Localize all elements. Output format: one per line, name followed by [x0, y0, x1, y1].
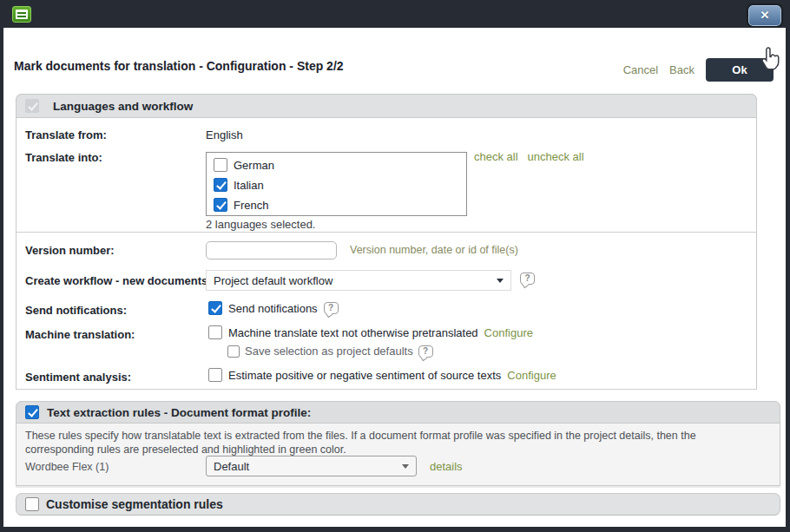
- translate-into-listbox[interactable]: German Italian French: [206, 152, 467, 216]
- format-profile-label: Wordbee Flex (1): [25, 461, 109, 473]
- machine-translation-configure-link[interactable]: Configure: [484, 326, 533, 339]
- dialog-content: Mark documents for translation - Configu…: [3, 28, 786, 527]
- chevron-down-icon: [402, 464, 409, 469]
- send-notifications-help-icon[interactable]: ?: [324, 302, 339, 314]
- save-defaults-checkbox[interactable]: [227, 345, 240, 358]
- create-workflow-label: Create workflow - new documents:: [25, 274, 212, 287]
- workflow-help-icon[interactable]: ?: [520, 273, 535, 285]
- language-checkbox-german[interactable]: [214, 158, 227, 172]
- save-defaults-label: Save selection as project defaults: [245, 345, 413, 358]
- machine-translation-checkbox[interactable]: [208, 325, 222, 339]
- extraction-section-checkbox[interactable]: [25, 405, 39, 419]
- sentiment-analysis-label: Sentiment analysis:: [25, 371, 131, 384]
- extraction-description: These rules specify how translatable tex…: [25, 429, 720, 456]
- title-bar: ✕: [0, 0, 790, 28]
- dialog-actions: Cancel Back Ok: [623, 58, 774, 82]
- section-languages-workflow: Languages and workflow Translate from: E…: [16, 94, 757, 390]
- language-label: French: [234, 199, 268, 212]
- version-number-hint: Version number, date or id of file(s): [350, 244, 518, 256]
- close-button[interactable]: ✕: [748, 5, 781, 26]
- languages-section-checkbox: [25, 99, 39, 113]
- ok-button[interactable]: Ok: [706, 58, 774, 82]
- cancel-button[interactable]: Cancel: [623, 63, 658, 76]
- machine-translation-checkbox-label: Machine translate text not otherwise pre…: [228, 326, 478, 339]
- sentiment-checkbox-label: Estimate positive or negative sentiment …: [228, 369, 501, 382]
- language-label: German: [234, 159, 274, 172]
- languages-section-title: Languages and workflow: [53, 100, 193, 113]
- section-divider: [16, 232, 756, 233]
- send-notifications-label: Send notifications:: [25, 304, 127, 317]
- language-checkbox-french[interactable]: [214, 198, 227, 212]
- format-profile-details-link[interactable]: details: [430, 460, 463, 473]
- list-item[interactable]: Italian: [214, 178, 264, 192]
- workflow-dropdown-value: Project default workflow: [214, 274, 497, 287]
- check-all-link[interactable]: check all: [474, 150, 518, 163]
- send-notifications-checkbox-label: Send notifications: [228, 302, 318, 315]
- translate-into-label: Translate into:: [25, 151, 102, 164]
- save-defaults-help-icon[interactable]: ?: [418, 345, 433, 358]
- translate-from-label: Translate from:: [25, 128, 107, 141]
- translate-from-value: English: [206, 128, 243, 141]
- extraction-section-title: Text extraction rules - Document format …: [47, 406, 311, 419]
- version-number-label: Version number:: [25, 244, 115, 257]
- languages-selected-summary: 2 languages selected.: [206, 218, 315, 231]
- language-checkbox-italian[interactable]: [214, 178, 227, 192]
- uncheck-all-link[interactable]: uncheck all: [528, 150, 584, 163]
- format-profile-dropdown[interactable]: Default: [206, 456, 417, 476]
- chevron-down-icon: [497, 279, 504, 283]
- workflow-dropdown[interactable]: Project default workflow: [206, 270, 511, 291]
- language-label: Italian: [234, 179, 264, 192]
- format-profile-dropdown-value: Default: [214, 460, 402, 473]
- segmentation-checkbox[interactable]: [25, 497, 39, 511]
- languages-section-header: Languages and workflow: [16, 94, 757, 118]
- machine-translation-label: Machine translation:: [25, 328, 135, 341]
- version-number-input[interactable]: [206, 241, 337, 259]
- list-item[interactable]: German: [214, 158, 274, 172]
- section-text-extraction: Text extraction rules - Document format …: [16, 401, 780, 486]
- app-window-icon: [12, 6, 31, 23]
- sentiment-configure-link[interactable]: Configure: [507, 369, 556, 382]
- back-button[interactable]: Back: [669, 63, 695, 76]
- sentiment-checkbox[interactable]: [208, 368, 222, 382]
- segmentation-section-title: Customise segmentation rules: [46, 497, 223, 511]
- send-notifications-checkbox[interactable]: [208, 301, 222, 315]
- page-title: Mark documents for translation - Configu…: [14, 59, 344, 73]
- dialog-window: ✕ Mark documents for translation - Confi…: [0, 0, 790, 532]
- list-item[interactable]: French: [214, 198, 268, 212]
- extraction-section-header: Text extraction rules - Document format …: [16, 401, 780, 424]
- section-segmentation[interactable]: Customise segmentation rules: [16, 493, 780, 516]
